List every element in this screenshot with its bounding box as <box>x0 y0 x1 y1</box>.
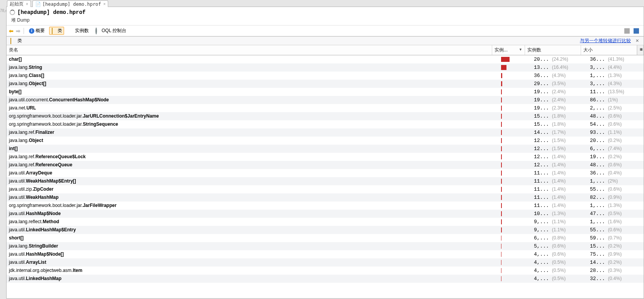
summary-button[interactable]: i 概要 <box>27 27 47 35</box>
count-cell: 11... (1.4%) <box>532 186 588 192</box>
count-cell: 13... (16.4%) <box>532 65 588 70</box>
oql-button[interactable]: OQL 控制台 <box>93 27 128 35</box>
tool-icon[interactable] <box>624 28 630 34</box>
table-row[interactable]: int[]12... (1.5%)6,... (7.4%) <box>7 145 644 153</box>
table-row[interactable]: java.net.URL19... (2.3%)2,... (2.5%) <box>7 104 644 112</box>
close-icon[interactable]: × <box>103 2 107 6</box>
col-instance-count[interactable]: 实例数 <box>525 45 581 55</box>
table-row[interactable]: org.springframework.boot.loader.jar.Stri… <box>7 120 644 128</box>
count-cell: 11... (1.4%) <box>532 203 588 208</box>
bar-cell <box>499 146 532 151</box>
table-row[interactable]: java.lang.ref.ReferenceQueue$Lock12... (… <box>7 153 644 161</box>
table-row[interactable]: java.lang.Object12... (1.5%)20... (0.2%) <box>7 137 644 145</box>
table-row[interactable]: java.lang.StringBuilder5,... (0.6%)15...… <box>7 242 644 250</box>
loading-icon <box>10 10 15 15</box>
class-name-cell: java.lang.String <box>7 65 499 70</box>
bar-cell <box>499 203 532 208</box>
table-row[interactable]: byte[]19... (2.4%)11... (13.5%) <box>7 88 644 96</box>
bar-cell <box>499 236 532 241</box>
table-row[interactable]: org.springframework.boot.loader.jar.JarU… <box>7 112 644 120</box>
count-cell: 4,... (0.5%) <box>532 268 588 273</box>
count-cell: 15... (1.8%) <box>532 121 588 127</box>
table-row[interactable]: java.util.zip.ZipCoder11... (1.4%)55... … <box>7 185 644 193</box>
table-row[interactable]: java.util.LinkedHashMap$Entry9,... (1.1%… <box>7 226 644 234</box>
forward-button[interactable]: ➡ <box>16 28 20 34</box>
bar-cell <box>499 154 532 159</box>
classes-button[interactable]: 类 <box>49 27 64 35</box>
compare-link[interactable]: 与另一个堆转储进行比较 <box>580 38 632 44</box>
table-row[interactable]: java.lang.Class[]36... (4.3%)1,... (1.3%… <box>7 72 644 80</box>
bar-cell <box>499 73 532 78</box>
size-cell: 93... (1.1%) <box>588 130 644 135</box>
count-cell: 6,... (0.8%) <box>532 235 588 241</box>
size-cell: 15... (0.2%) <box>588 243 644 249</box>
col-instances-bar[interactable]: 实例... ▼ <box>492 45 525 55</box>
count-cell: 20... (24.2%) <box>532 56 588 62</box>
bar-cell <box>499 114 532 119</box>
tool-icon[interactable] <box>634 28 639 34</box>
table-row[interactable]: java.lang.Object[]29... (3.5%)3,... (4.3… <box>7 80 644 88</box>
table-row[interactable]: java.util.concurrent.ConcurrentHashMap$N… <box>7 96 644 104</box>
class-name-cell: java.util.LinkedHashMap <box>7 276 499 282</box>
count-cell: 11... (1.4%) <box>532 170 588 176</box>
size-cell: 11... (13.5%) <box>588 89 644 95</box>
table-row[interactable]: java.lang.String13... (16.4%)3,... (4.4%… <box>7 63 644 72</box>
col-classname[interactable]: 类名 <box>7 45 492 55</box>
panel-titlebar: [heapdump] demo.hprof <box>7 7 644 16</box>
query-icon <box>95 28 100 34</box>
size-cell: 82... (0.9%) <box>588 195 644 200</box>
tab-heapdump[interactable]: 📄 [heapdump] demo.hprof × <box>32 0 109 7</box>
panel-title: [heapdump] demo.hprof <box>17 9 85 15</box>
bar-cell <box>499 252 532 257</box>
close-icon[interactable]: ✕ <box>634 38 641 43</box>
bar-cell <box>499 195 532 200</box>
dot-icon <box>68 28 74 34</box>
close-icon[interactable]: × <box>25 2 29 6</box>
table-row[interactable]: java.lang.ref.Finalizer14... (1.7%)93...… <box>7 128 644 137</box>
table-row[interactable]: java.lang.reflect.Method9,... (1.1%)1,..… <box>7 218 644 226</box>
bar-cell <box>499 81 532 86</box>
button-label: 实例数 <box>75 27 89 34</box>
bar-cell <box>499 227 532 232</box>
count-cell: 9,... (1.1%) <box>532 227 588 233</box>
table-row[interactable]: char[]20... (24.2%)36... (41.3%) <box>7 55 644 63</box>
class-name-cell: java.lang.Object <box>7 138 499 144</box>
bar-cell <box>499 260 532 265</box>
table-row[interactable]: java.lang.ref.ReferenceQueue12... (1.4%)… <box>7 161 644 169</box>
count-cell: 12... (1.4%) <box>532 154 588 160</box>
instances-button[interactable]: 实例数 <box>66 27 91 35</box>
size-cell: 1,... (1.3%) <box>588 73 644 79</box>
table-row[interactable]: jdk.internal.org.objectweb.asm.Item4,...… <box>7 267 644 275</box>
class-name-cell: java.util.ArrayDeque <box>7 170 499 176</box>
tab-start[interactable]: 起始页 × <box>7 0 31 7</box>
bar-cell <box>499 122 532 127</box>
table-row[interactable]: java.util.HashMap$Node10... (1.3%)47... … <box>7 210 644 218</box>
table-row[interactable]: java.util.WeakHashMap$Entry[]11... (1.4%… <box>7 177 644 185</box>
bar-cell <box>499 244 532 249</box>
table-row[interactable]: org.springframework.boot.loader.jar.JarF… <box>7 202 644 210</box>
class-name-cell: java.lang.StringBuilder <box>7 243 499 249</box>
size-cell: 48... (0.6%) <box>588 113 644 119</box>
grid-rows[interactable]: char[]20... (24.2%)36... (41.3%)java.lan… <box>7 55 644 298</box>
back-button[interactable]: ⬅ <box>9 28 14 34</box>
table-row[interactable]: java.util.ArrayDeque11... (1.4%)36... (0… <box>7 169 644 177</box>
count-cell: 19... (2.4%) <box>532 97 588 103</box>
bar-cell <box>499 276 532 281</box>
table-row[interactable]: java.util.HashMap$Node[]4,... (0.6%)75..… <box>7 250 644 258</box>
scroll-corner: ▦ <box>637 45 644 55</box>
diamond-icon <box>10 38 15 44</box>
info-icon: i <box>29 28 34 34</box>
col-size[interactable]: 大小 <box>581 45 637 55</box>
bar-cell <box>499 97 532 103</box>
class-name-cell: org.springframework.boot.loader.jar.Stri… <box>7 121 499 127</box>
table-row[interactable]: java.util.ArrayList4,... (0.5%)14... (0.… <box>7 258 644 267</box>
table-row[interactable]: java.util.WeakHashMap11... (1.4%)82... (… <box>7 193 644 202</box>
table-row[interactable]: short[]6,... (0.8%)59... (0.7%) <box>7 234 644 242</box>
classes-grid: 类名 实例... ▼ 实例数 大小 ▦ char[]20... (24.2%)3… <box>7 45 644 298</box>
table-row[interactable]: java.util.LinkedHashMap4,... (0.5%)32...… <box>7 275 644 283</box>
count-cell: 11... (1.4%) <box>532 195 588 200</box>
class-name-cell: byte[] <box>7 89 499 95</box>
count-cell: 9,... (1.1%) <box>532 219 588 225</box>
size-cell: 36... (0.4%) <box>588 170 644 176</box>
count-cell: 12... (1.5%) <box>532 138 588 144</box>
